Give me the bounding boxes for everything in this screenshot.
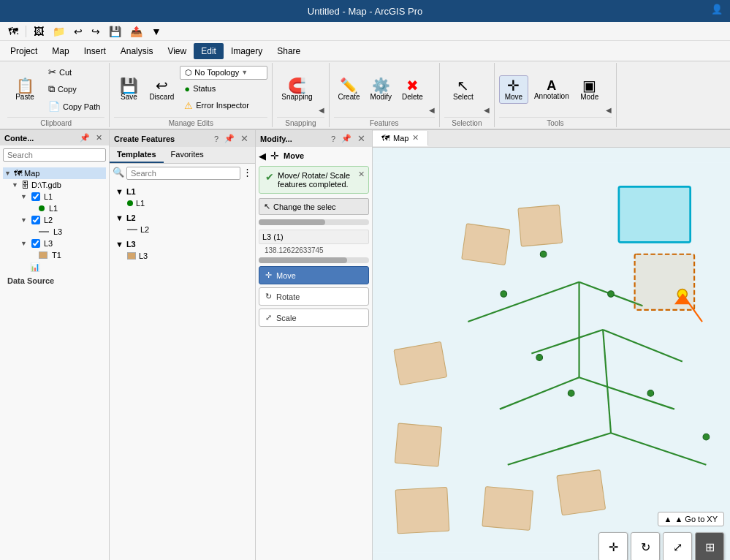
- qat-open[interactable]: 📁: [49, 23, 69, 39]
- qat-undo[interactable]: ↩: [70, 23, 86, 39]
- contents-close[interactable]: ✕: [94, 132, 104, 143]
- tree-item-db[interactable]: ▼ 🗄 D:\T.gdb: [3, 179, 106, 191]
- cut-button[interactable]: ✂ Cut: [44, 64, 104, 80]
- tree-item-l3-leaf[interactable]: T1: [3, 249, 106, 261]
- nav-fullextent-button[interactable]: ⊞: [695, 532, 724, 560]
- move-button[interactable]: ✛ Move: [499, 75, 528, 104]
- snapping-expand[interactable]: ◀: [319, 106, 324, 114]
- l3-feature-item[interactable]: L3 (1): [259, 230, 369, 244]
- modify-close[interactable]: ✕: [355, 132, 368, 145]
- copy-path-icon: 📄: [48, 101, 60, 112]
- tree-item-l2-leaf[interactable]: L3: [3, 226, 106, 238]
- tree-item-t1[interactable]: 📊: [3, 261, 106, 273]
- layer-group-l3-header[interactable]: ▼ L3: [114, 238, 251, 250]
- menu-analysis[interactable]: Analysis: [113, 43, 161, 59]
- menu-insert[interactable]: Insert: [77, 43, 113, 59]
- map-tab-close[interactable]: ✕: [412, 133, 419, 143]
- clipboard-group: 📋 Paste ✂ Cut ⧉ Copy 📄 Copy Path: [3, 63, 110, 127]
- status-button[interactable]: ● Status: [180, 81, 267, 97]
- create-button[interactable]: ✏️ Create: [334, 75, 365, 104]
- tab-templates[interactable]: Templates: [110, 147, 164, 163]
- map-tab-bar: 🗺 Map ✕: [373, 130, 730, 148]
- tree-item-l3[interactable]: ▼ L3: [3, 238, 106, 249]
- menu-share[interactable]: Share: [270, 43, 308, 59]
- datasource-label: Data Source: [3, 273, 106, 288]
- manage-edits-vstack: ⬡ No Topology ▼ ● Status ⚠ Error Inspect…: [180, 66, 267, 113]
- selection-content: ↖ Select ◀: [444, 63, 490, 116]
- snapping-button[interactable]: 🧲 Snapping: [277, 75, 316, 104]
- topology-dropdown[interactable]: ⬡ No Topology ▼: [180, 66, 267, 80]
- user-icon[interactable]: 👤: [711, 4, 723, 15]
- copy-icon: ⧉: [48, 83, 55, 95]
- map-tab[interactable]: 🗺 Map ✕: [373, 131, 428, 146]
- discard-button[interactable]: ↩ Discard: [145, 75, 178, 104]
- svg-rect-15: [518, 205, 563, 246]
- create-search-input[interactable]: [126, 167, 240, 180]
- paste-button[interactable]: 📋 Paste: [7, 75, 42, 104]
- menu-view[interactable]: View: [160, 43, 194, 59]
- tree-item-map[interactable]: ▼ 🗺 Map: [3, 167, 106, 179]
- l1-checkbox[interactable]: [31, 192, 40, 201]
- change-select-button[interactable]: ↖ Change the selec: [259, 198, 369, 215]
- tree-item-l1[interactable]: ▼ L1: [3, 191, 106, 203]
- scale-tool-button[interactable]: ⤢ Scale: [259, 309, 369, 327]
- rotate-tool-button[interactable]: ↻ Rotate: [259, 287, 369, 306]
- nav-zoom-button[interactable]: ⤢: [663, 532, 692, 560]
- layer-group-l2-header[interactable]: ▼ L2: [114, 212, 251, 224]
- error-inspector-button[interactable]: ⚠ Error Inspector: [180, 98, 267, 113]
- qat-save[interactable]: 💾: [105, 23, 125, 39]
- create-search-area: 🔍 ⋮: [110, 164, 255, 183]
- qat-redo[interactable]: ↪: [88, 23, 104, 39]
- modify-success-message: ✔ Move/ Rotate/ Scale features completed…: [259, 166, 369, 194]
- selection-expand[interactable]: ◀: [484, 106, 490, 114]
- copy-button[interactable]: ⧉ Copy: [44, 81, 104, 97]
- nav-rotate-button[interactable]: ↻: [631, 532, 660, 560]
- qat-share[interactable]: 📤: [126, 23, 146, 39]
- save-button[interactable]: 💾 Save: [114, 75, 143, 104]
- create-help[interactable]: ?: [212, 134, 221, 144]
- nav-pan-button[interactable]: ✛: [598, 532, 628, 560]
- tools-expand[interactable]: ◀: [606, 106, 612, 114]
- tree-item-l2[interactable]: ▼ L2: [3, 214, 106, 226]
- mode-button[interactable]: ▣ Mode: [575, 75, 604, 104]
- l3-checkbox[interactable]: [31, 239, 40, 248]
- select-button[interactable]: ↖ Select: [444, 75, 482, 104]
- copy-path-button[interactable]: 📄 Copy Path: [44, 99, 104, 114]
- menu-imagery[interactable]: Imagery: [224, 43, 270, 59]
- tree-item-l1-leaf[interactable]: L1: [3, 203, 106, 214]
- go-to-xy-button[interactable]: ▲ ▲ Go to XY: [658, 512, 724, 526]
- annotation-button[interactable]: A Annotation: [530, 76, 574, 103]
- menu-project[interactable]: Project: [3, 43, 45, 59]
- map-canvas[interactable]: ▲ ▲ Go to XY ✛ ↻ ⤢ ⊞: [373, 148, 730, 560]
- layer-item-l3[interactable]: L3: [114, 250, 251, 262]
- modify-help[interactable]: ?: [329, 134, 338, 144]
- tab-favorites[interactable]: Favorites: [164, 147, 211, 163]
- menu-edit[interactable]: Edit: [194, 43, 224, 59]
- qat-new[interactable]: 🖼: [30, 23, 47, 39]
- l2-checkbox[interactable]: [31, 216, 40, 224]
- layer-group-l1-header[interactable]: ▼ L1: [114, 186, 251, 197]
- delete-button[interactable]: ✖ Delete: [398, 75, 427, 104]
- create-options-icon[interactable]: ⋮: [243, 167, 252, 180]
- horizontal-scrollbar-top[interactable]: [259, 219, 369, 225]
- selection-label: Selection: [444, 117, 490, 127]
- qat-appicon: 🗺: [4, 23, 22, 39]
- move-icon: ✛: [507, 78, 520, 93]
- features-expand[interactable]: ◀: [429, 106, 435, 114]
- layer-item-l1[interactable]: L1: [114, 197, 251, 209]
- modify-back-icon[interactable]: ◀: [259, 151, 266, 162]
- qat-more[interactable]: ▼: [148, 23, 165, 39]
- snapping-group: 🧲 Snapping ◀ Snapping: [273, 63, 329, 127]
- create-header: Create Features ? 📌 ✕: [110, 130, 255, 147]
- modify-button[interactable]: ⚙️ Modify: [366, 75, 396, 104]
- success-close-icon[interactable]: ✕: [358, 170, 365, 179]
- create-close[interactable]: ✕: [238, 132, 251, 145]
- modify-pin[interactable]: 📌: [339, 133, 354, 144]
- menu-map[interactable]: Map: [45, 43, 76, 59]
- layer-item-l2[interactable]: L2: [114, 224, 251, 235]
- create-pin[interactable]: 📌: [222, 133, 237, 144]
- horizontal-scrollbar-bottom[interactable]: [259, 257, 369, 263]
- move-tool-button[interactable]: ✛ Move: [259, 266, 369, 284]
- contents-search-input[interactable]: [3, 148, 106, 162]
- contents-pin[interactable]: 📌: [77, 132, 92, 143]
